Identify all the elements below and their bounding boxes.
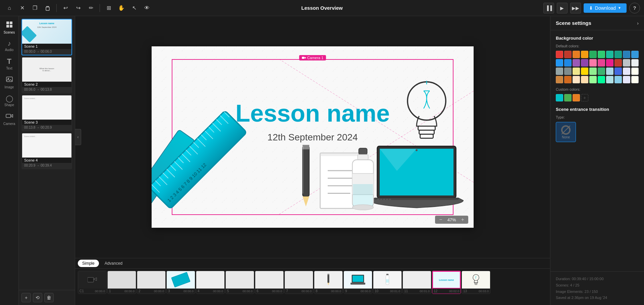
sidebar-item-camera[interactable]: Camera — [2, 110, 17, 128]
color-swatch-blue1[interactable] — [623, 51, 630, 58]
timeline-item-2[interactable]: 2 00:00.0 — [137, 271, 166, 294]
pen-icon[interactable]: ✏ — [86, 3, 96, 13]
scene-item-2[interactable]: What this lessonis about... Scene 2 00:0… — [21, 57, 72, 93]
color-swatch-pink1[interactable] — [589, 59, 597, 67]
canvas-frame[interactable]: Camera 1 │││││││││││││││││││││││││││││││… — [152, 46, 474, 228]
timeline-item-8[interactable]: 8 00:00.0 — [314, 271, 343, 294]
timeline-item-10[interactable]: 10 00:01.0 — [373, 271, 402, 294]
color-swatch-medgreen[interactable] — [598, 68, 605, 75]
sidebar-item-scenes[interactable]: Scenes — [2, 19, 17, 36]
color-swatch-red2[interactable] — [564, 51, 572, 58]
color-swatch-skyblue[interactable] — [614, 76, 622, 83]
color-swatch-teal2[interactable] — [614, 51, 622, 58]
play-button[interactable]: ▶ — [557, 3, 568, 13]
color-swatch-lightblue1[interactable] — [606, 68, 613, 75]
play-next-button[interactable]: ▶▶ — [570, 3, 581, 13]
color-swatch-pink3[interactable] — [606, 59, 613, 67]
timeline-item-11[interactable]: 11 00:01.0 — [402, 271, 431, 294]
transition-none-option[interactable]: None — [556, 122, 576, 142]
color-swatch-red3[interactable] — [614, 59, 622, 67]
custom-color-2[interactable] — [564, 94, 572, 101]
timeline-item-3[interactable]: 3 00:00.0 — [166, 271, 195, 294]
delete-scene-button[interactable]: 🗑 — [44, 293, 54, 302]
color-swatch-wheat[interactable] — [581, 76, 588, 83]
custom-color-1[interactable] — [556, 94, 563, 101]
color-swatch-chocolate[interactable] — [564, 76, 572, 83]
help-button[interactable]: ? — [629, 3, 640, 13]
scene-item-1[interactable]: Lesson name 12th September 2024 Scene 1 … — [21, 19, 72, 55]
tab-simple[interactable]: Simple — [78, 260, 99, 267]
color-swatch-yellow2[interactable] — [581, 68, 588, 75]
close-icon[interactable]: ✕ — [17, 3, 28, 13]
color-swatch-lavender[interactable] — [623, 68, 630, 75]
sidebar-item-image[interactable]: Image — [2, 74, 17, 91]
right-panel: Scene settings › Background color Defaul… — [550, 16, 644, 305]
hide-icon[interactable]: 👁 — [142, 3, 152, 13]
sidebar-item-shape[interactable]: ◯ Shape — [2, 92, 17, 109]
copy-icon[interactable]: ❐ — [30, 3, 40, 13]
grid-icon[interactable]: ⊞ — [103, 3, 114, 13]
bottle-decoration — [346, 147, 380, 221]
add-custom-color-button[interactable]: + — [581, 94, 588, 101]
color-swatch-gray2[interactable] — [564, 68, 572, 75]
timeline-item-1[interactable]: 1 00:00.0 — [107, 271, 136, 294]
scene-item-3[interactable]: Scene content... Scene 3 00:13.8 → 00:20… — [21, 95, 72, 131]
cursor-icon[interactable]: ↖ — [129, 3, 140, 13]
color-swatch-lightgreen1[interactable] — [589, 68, 597, 75]
timeline-thumb-9 — [344, 271, 372, 289]
color-swatch-purple1[interactable] — [573, 59, 580, 67]
color-swatch-green2[interactable] — [598, 51, 605, 58]
tab-advanced[interactable]: Advanced — [100, 260, 127, 267]
timeline-item-13[interactable]: 13 00:03.0 — [462, 271, 490, 294]
add-scene-button[interactable]: + — [21, 293, 31, 302]
color-swatch-peru[interactable] — [556, 76, 563, 83]
collapse-right-panel-button[interactable]: › — [637, 20, 639, 26]
color-swatch-green1[interactable] — [589, 51, 597, 58]
timeline-item-5[interactable]: 5 00:00.0 — [225, 271, 254, 294]
redo-icon[interactable]: ↪ — [73, 3, 84, 13]
hand-icon[interactable]: ✋ — [116, 3, 127, 13]
sidebar-item-text[interactable]: T Text — [2, 55, 17, 72]
color-swatch-powderblue[interactable] — [606, 76, 613, 83]
timeline-item-12[interactable]: Lesson name 12 00:02.0 — [432, 271, 461, 294]
color-swatch-gray1[interactable] — [556, 68, 563, 75]
color-swatch-yellow1[interactable] — [573, 68, 580, 75]
timeline-item-9[interactable]: 9 00:00.0 — [343, 271, 372, 294]
color-swatch-blue3[interactable] — [556, 59, 563, 67]
collapse-sidebar-button[interactable]: ‹ — [75, 129, 81, 145]
download-button[interactable]: ⬇ Download ▼ — [584, 3, 627, 13]
color-swatch-royalblue[interactable] — [614, 68, 622, 75]
color-swatch-medspringgreen[interactable] — [598, 76, 605, 83]
duplicate-scene-button[interactable]: ⟲ — [33, 293, 42, 302]
zoom-in-button[interactable]: + — [460, 217, 466, 222]
timeline-item-7[interactable]: 7 00:00.0 — [284, 271, 313, 294]
color-swatch-lemonchiffon[interactable] — [631, 76, 639, 83]
color-swatch-pink2[interactable] — [598, 59, 605, 67]
color-swatch-lavblush[interactable] — [623, 76, 630, 83]
timeline-item-4[interactable]: 4 00:00.0 — [196, 271, 225, 294]
zoom-out-button[interactable]: − — [438, 217, 443, 222]
timeline-item-6[interactable]: 6 00:00.0 — [255, 271, 284, 294]
color-swatch-palegreen[interactable] — [589, 76, 597, 83]
color-swatch-teal1[interactable] — [606, 51, 613, 58]
color-swatch-orange1[interactable] — [573, 51, 580, 58]
scene-item-4[interactable]: Scene content... Scene 4 00:20.9 → 00:39… — [21, 133, 72, 169]
svg-rect-68 — [353, 184, 373, 207]
color-swatch-bisque[interactable] — [573, 76, 580, 83]
timeline-item-camera[interactable]: C1 00:00.0 — [78, 271, 107, 294]
color-swatch-blue4[interactable] — [564, 59, 572, 67]
sidebar-item-audio[interactable]: ♪ Audio — [2, 38, 17, 54]
undo-icon[interactable]: ↩ — [60, 3, 71, 13]
color-swatch-purple2[interactable] — [581, 59, 588, 67]
timeline-thumb-11 — [403, 271, 431, 289]
pause-button[interactable]: ▐▐ — [543, 3, 554, 13]
paste-icon[interactable] — [42, 3, 53, 13]
color-swatch-white1[interactable] — [631, 59, 639, 67]
color-swatch-orange2[interactable] — [581, 51, 588, 58]
color-swatch-red1[interactable] — [556, 51, 563, 58]
home-icon[interactable]: ⌂ — [4, 3, 15, 13]
color-swatch-silver1[interactable] — [623, 59, 630, 67]
color-swatch-ivory[interactable] — [631, 68, 639, 75]
color-swatch-blue2[interactable] — [631, 51, 639, 58]
custom-color-3[interactable] — [573, 94, 580, 101]
